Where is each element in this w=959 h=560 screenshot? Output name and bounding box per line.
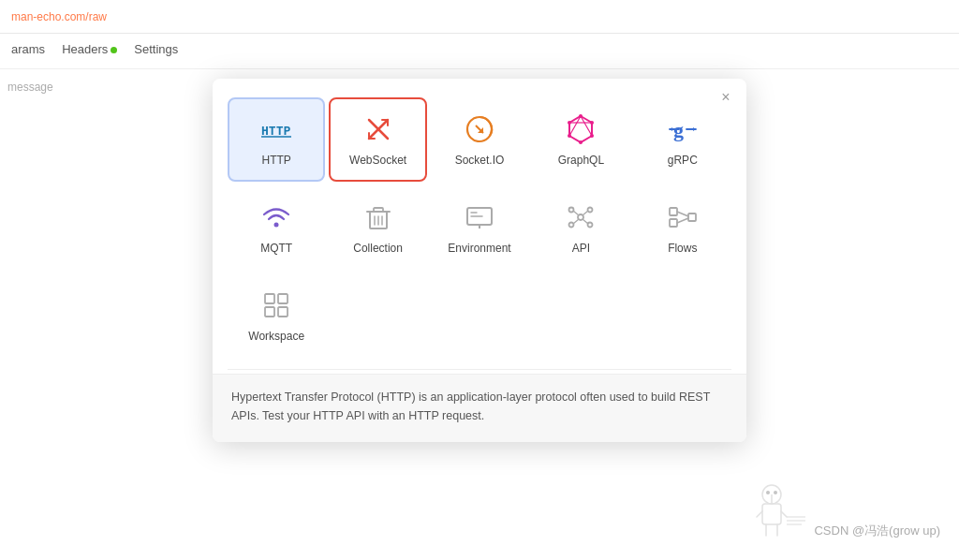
svg-line-57 xyxy=(757,511,762,517)
grid-item-websocket[interactable]: WebSocket xyxy=(329,97,426,182)
svg-point-35 xyxy=(569,208,574,213)
mqtt-label: MQTT xyxy=(260,242,292,255)
workspace-label: Workspace xyxy=(248,330,304,343)
flows-icon xyxy=(666,200,700,234)
api-label: API xyxy=(572,242,590,255)
grid-item-collection[interactable]: Collection xyxy=(329,185,426,270)
svg-point-37 xyxy=(569,223,574,228)
svg-line-39 xyxy=(573,211,579,215)
websocket-label: WebSocket xyxy=(349,154,406,167)
main-area: message × HTTP HTTP xyxy=(0,69,959,560)
svg-rect-55 xyxy=(762,504,781,524)
svg-line-41 xyxy=(573,219,579,224)
collection-icon xyxy=(361,200,395,234)
svg-line-46 xyxy=(677,212,688,216)
svg-text:HTTP: HTTP xyxy=(261,124,290,138)
grid-item-mqtt[interactable]: MQTT xyxy=(228,185,325,270)
websocket-icon xyxy=(361,112,395,146)
svg-point-22 xyxy=(274,223,279,228)
svg-rect-48 xyxy=(265,294,274,303)
svg-rect-45 xyxy=(688,214,696,221)
grpc-label: gRPC xyxy=(668,154,698,167)
svg-point-11 xyxy=(579,140,583,144)
mqtt-icon xyxy=(259,200,293,234)
svg-rect-25 xyxy=(374,208,383,212)
svg-point-38 xyxy=(588,223,593,228)
svg-rect-51 xyxy=(278,307,288,317)
grpc-icon: g xyxy=(666,112,700,146)
workspace-icon xyxy=(259,288,293,322)
svg-rect-50 xyxy=(265,307,274,317)
grid-item-environment[interactable]: Environment xyxy=(431,185,528,270)
svg-rect-43 xyxy=(670,208,677,215)
graphql-icon xyxy=(564,112,598,146)
grid-item-socketio[interactable]: Socket.IO xyxy=(431,97,528,182)
svg-rect-44 xyxy=(670,219,677,227)
socketio-icon xyxy=(463,112,496,146)
grid-item-grpc[interactable]: g gRPC xyxy=(634,97,731,182)
flows-label: Flows xyxy=(668,242,697,255)
grid-item-workspace[interactable]: Workspace xyxy=(228,273,325,358)
svg-point-53 xyxy=(766,491,770,494)
modal-grid: HTTP HTTP xyxy=(213,79,746,365)
svg-marker-19 xyxy=(670,127,672,131)
grid-item-api[interactable]: API xyxy=(532,185,629,270)
api-icon xyxy=(564,200,598,234)
tab-settings[interactable]: Settings xyxy=(134,42,178,60)
grid-item-flows[interactable]: Flows xyxy=(634,185,731,270)
svg-line-40 xyxy=(583,211,588,215)
modal-footer: Hypertext Transfer Protocol (HTTP) is an… xyxy=(213,374,746,442)
robot-illustration xyxy=(716,476,828,551)
svg-line-47 xyxy=(677,218,688,223)
graphql-label: GraphQL xyxy=(558,154,604,167)
svg-line-42 xyxy=(583,219,588,224)
modal: × HTTP HTTP xyxy=(213,79,746,442)
svg-line-58 xyxy=(781,511,787,517)
modal-divider xyxy=(228,369,731,370)
svg-point-36 xyxy=(588,208,593,213)
top-bar-url: man-echo.com/raw xyxy=(11,10,107,23)
socketio-label: Socket.IO xyxy=(455,154,505,167)
svg-marker-21 xyxy=(693,127,696,131)
environment-label: Environment xyxy=(448,242,510,255)
top-bar: man-echo.com/raw xyxy=(0,0,959,34)
collection-label: Collection xyxy=(353,242,403,255)
grid-item-graphql[interactable]: GraphQL xyxy=(532,97,629,182)
http-icon: HTTP xyxy=(259,112,293,146)
grid-item-http[interactable]: HTTP HTTP xyxy=(228,97,325,182)
environment-icon xyxy=(463,200,496,234)
tab-headers[interactable]: Headers xyxy=(62,42,117,60)
nav-tabs: arams Headers Settings xyxy=(0,34,959,69)
watermark: CSDN @冯浩(grow up) xyxy=(814,523,940,539)
headers-dot xyxy=(111,47,117,53)
tab-params[interactable]: arams xyxy=(11,42,45,60)
svg-rect-49 xyxy=(278,294,288,303)
footer-text: Hypertext Transfer Protocol (HTTP) is an… xyxy=(231,391,710,422)
svg-point-54 xyxy=(774,491,777,494)
http-label: HTTP xyxy=(262,154,291,167)
close-button[interactable]: × xyxy=(716,88,735,107)
